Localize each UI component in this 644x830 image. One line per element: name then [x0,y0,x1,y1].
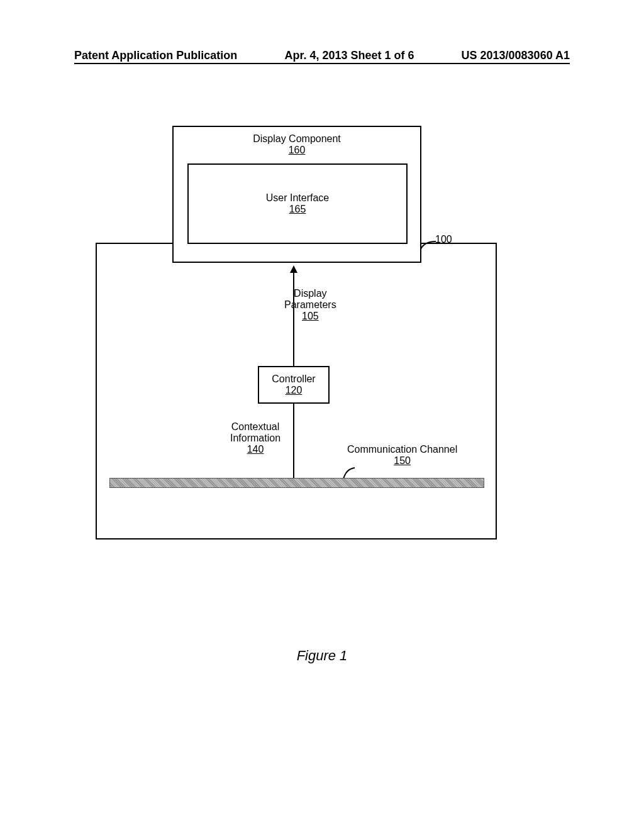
figure-caption: Figure 1 [0,648,644,664]
display-parameters-title2: Parameters [284,299,336,311]
system-ref-label: 100 [435,234,452,245]
display-parameters-title1: Display [284,288,336,299]
arrow-head-up-icon [290,265,297,273]
communication-channel-title: Communication Channel [347,444,457,455]
header-rule [74,63,570,64]
user-interface-box: User Interface 165 [187,163,408,244]
contextual-information-label: Contextual Information 140 [230,421,280,455]
communication-channel-label: Communication Channel 150 [347,444,457,467]
display-parameters-num: 105 [284,311,336,322]
controller-num: 120 [259,385,328,396]
page-header: Patent Application Publication Apr. 4, 2… [0,49,644,62]
header-center: Apr. 4, 2013 Sheet 1 of 6 [284,49,414,62]
controller-box: Controller 120 [258,366,330,404]
system-ref-hook-icon [419,238,437,250]
display-component-title: Display Component [174,133,420,145]
user-interface-num: 165 [189,204,406,215]
contextual-information-title2: Information [230,433,280,444]
communication-channel-num: 150 [347,455,457,467]
user-interface-title: User Interface [189,192,406,204]
line-down [293,404,294,478]
display-parameters-label: Display Parameters 105 [284,288,336,322]
communication-channel-bar [109,478,484,488]
system-ref-num: 100 [435,234,452,245]
controller-title: Controller [259,374,328,385]
header-left: Patent Application Publication [74,49,237,62]
header-right: US 2013/0083060 A1 [462,49,570,62]
contextual-information-num: 140 [230,444,280,455]
display-component-num: 160 [174,145,420,156]
contextual-information-title1: Contextual [230,421,280,433]
figure-diagram: Display Component 160 User Interface 165… [96,126,548,553]
